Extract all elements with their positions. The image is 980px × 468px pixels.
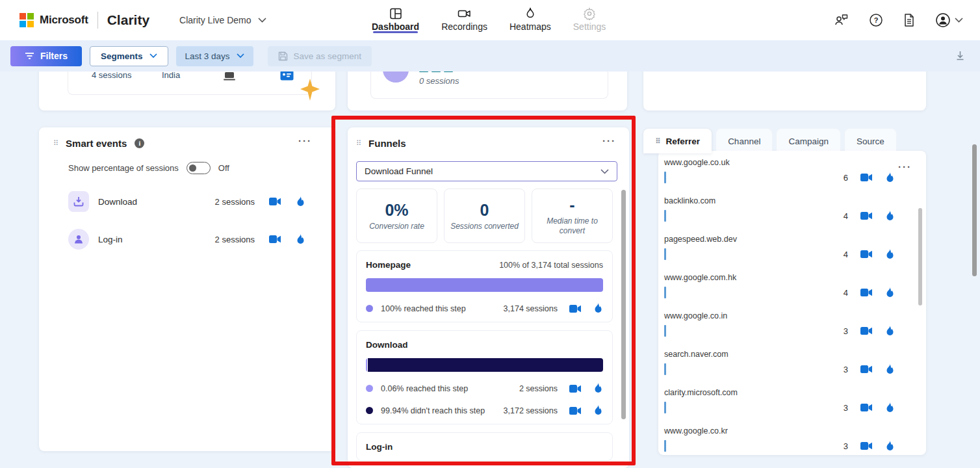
date-range-dropdown[interactable]: Last 3 days <box>176 46 253 66</box>
mini-bar <box>664 172 666 183</box>
sources-tab[interactable]: Source <box>845 129 896 153</box>
sources-tab-label: Campaign <box>788 136 829 146</box>
dashboard-icon <box>389 7 402 20</box>
recordings-play-icon[interactable] <box>569 384 582 393</box>
sources-tab[interactable]: Channel <box>716 129 772 153</box>
funnel-legend-row: 0.06% reached this step 2 sessions <box>366 383 603 394</box>
drag-handle-icon[interactable]: ⠿ <box>53 140 58 147</box>
referrer-row[interactable]: search.naver.com 3 <box>664 345 917 384</box>
recordings-play-icon[interactable] <box>269 235 281 244</box>
toggle-state: Off <box>218 163 229 173</box>
sources-tabs: ⠿ Referrer Channel Campaign Source <box>643 129 896 153</box>
heatmap-flame-icon[interactable] <box>885 326 895 337</box>
project-selector[interactable]: Clarity Live Demo <box>179 15 266 25</box>
info-icon[interactable]: i <box>135 138 144 148</box>
recordings-play-icon[interactable] <box>860 365 873 374</box>
chevron-down-icon <box>600 169 609 174</box>
referrer-count: 3 <box>832 403 848 413</box>
save-icon <box>278 51 288 61</box>
tab-dashboard[interactable]: Dashboard <box>370 3 420 37</box>
referrer-row[interactable]: backlinko.com 4 <box>664 192 917 230</box>
recordings-play-icon[interactable] <box>269 197 281 206</box>
help-icon[interactable]: ? <box>869 13 883 27</box>
stat-median-time: - Median time to convert <box>532 188 613 243</box>
recordings-play-icon[interactable] <box>569 406 582 415</box>
heatmap-flame-icon[interactable] <box>593 383 603 394</box>
funnel-legend-row: 100% reached this step 3,174 sessions <box>366 303 603 314</box>
segments-dropdown[interactable]: Segments <box>90 46 168 66</box>
referrer-row[interactable]: www.google.co.kr 3 <box>664 422 917 455</box>
funnel-step-card: Download 0.06% reached this step 2 sessi… <box>356 330 613 424</box>
svg-text:?: ? <box>874 16 879 24</box>
heatmap-flame-icon[interactable] <box>885 211 895 222</box>
recordings-play-icon[interactable] <box>860 326 873 335</box>
funnel-legend: 0.06% reached this step 2 sessions 99.94… <box>366 383 603 416</box>
heatmap-flame-icon[interactable] <box>296 196 305 207</box>
more-menu-icon[interactable]: ··· <box>602 135 616 146</box>
recordings-play-icon[interactable] <box>569 304 582 313</box>
smart-event-row[interactable]: Log-in 2 sessions <box>39 229 335 250</box>
tab-recordings[interactable]: Recordings <box>440 3 489 37</box>
download-event-icon <box>68 191 89 212</box>
heatmap-flame-icon[interactable] <box>593 303 603 314</box>
heatmap-flame-icon[interactable] <box>885 402 895 413</box>
feedback-icon[interactable] <box>834 13 849 27</box>
funnel-step-name: Log-in <box>366 442 393 452</box>
session-detail-icon[interactable] <box>280 70 294 83</box>
download-export-icon[interactable] <box>955 50 966 64</box>
funnel-selector[interactable]: Download Funnel <box>356 161 617 181</box>
mini-bar <box>664 325 666 337</box>
drag-handle-icon[interactable]: ⠿ <box>356 140 361 147</box>
chevron-down-icon <box>237 53 244 58</box>
percentage-toggle[interactable] <box>187 162 211 174</box>
recordings-icon <box>458 7 471 20</box>
referrer-row[interactable]: pagespeed.web.dev 4 <box>664 230 917 268</box>
more-menu-icon[interactable]: ··· <box>298 135 312 146</box>
referrer-domain: clarity.microsoft.com <box>664 388 738 397</box>
page-scrollbar[interactable] <box>972 144 977 276</box>
referrer-row[interactable]: www.google.com.hk 4 <box>664 268 917 307</box>
recordings-play-icon[interactable] <box>860 211 873 220</box>
smart-events-list: Download 2 sessions Log-in 2 sessions <box>39 191 335 250</box>
funnel-step-summary: 100% of 3,174 total sessions <box>499 261 603 270</box>
recordings-play-icon[interactable] <box>860 403 873 412</box>
referrer-row[interactable]: www.google.co.in 3 <box>664 307 917 345</box>
heatmap-flame-icon[interactable] <box>885 172 895 183</box>
referrer-domain: www.google.co.uk <box>664 158 730 167</box>
drag-handle-icon: ⠿ <box>655 138 660 145</box>
heatmap-flame-icon[interactable] <box>296 234 305 245</box>
heatmap-flame-icon[interactable] <box>885 441 895 452</box>
tab-heatmaps[interactable]: Heatmaps <box>508 3 552 37</box>
recordings-play-icon[interactable] <box>860 288 873 297</box>
recordings-play-icon[interactable] <box>860 173 873 182</box>
referrer-row[interactable]: clarity.microsoft.com 3 <box>664 384 917 422</box>
stat-sessions-converted: 0 Sessions converted <box>444 188 525 243</box>
sources-tab[interactable]: Campaign <box>777 129 840 153</box>
funnel-steps: Homepage 100% of 3,174 total sessions 10… <box>356 250 613 461</box>
account-menu[interactable] <box>935 12 963 28</box>
recordings-play-icon[interactable] <box>860 441 873 450</box>
event-session-count: 2 sessions <box>215 197 255 207</box>
heatmap-flame-icon[interactable] <box>885 287 895 298</box>
heatmap-flame-icon[interactable] <box>885 249 895 260</box>
chevron-down-icon <box>955 18 963 23</box>
referrer-count: 4 <box>832 211 848 221</box>
sources-tab[interactable]: ⠿ Referrer <box>643 129 712 153</box>
filter-bar: Filters Segments Last 3 days Save as seg… <box>0 40 980 72</box>
save-as-segment-button: Save as segment <box>268 46 372 66</box>
referrer-row[interactable]: www.google.co.uk 6 <box>664 153 917 192</box>
filters-button[interactable]: Filters <box>10 46 82 66</box>
panel-scrollbar[interactable] <box>621 190 626 419</box>
recordings-play-icon[interactable] <box>860 250 873 259</box>
funnel-step-card: Homepage 100% of 3,174 total sessions 10… <box>356 250 613 322</box>
heatmap-flame-icon[interactable] <box>885 364 895 375</box>
referrer-count: 4 <box>832 288 848 298</box>
heatmap-flame-icon[interactable] <box>593 405 603 416</box>
brand: Microsoft Clarity Clarity Live Demo <box>19 0 266 40</box>
product-name: Clarity <box>107 12 149 28</box>
docs-icon[interactable] <box>903 13 916 27</box>
panel-scrollbar[interactable] <box>918 208 922 306</box>
mini-bar <box>664 248 666 260</box>
toggle-label: Show percentage of sessions <box>68 163 179 173</box>
smart-event-row[interactable]: Download 2 sessions <box>39 191 335 212</box>
